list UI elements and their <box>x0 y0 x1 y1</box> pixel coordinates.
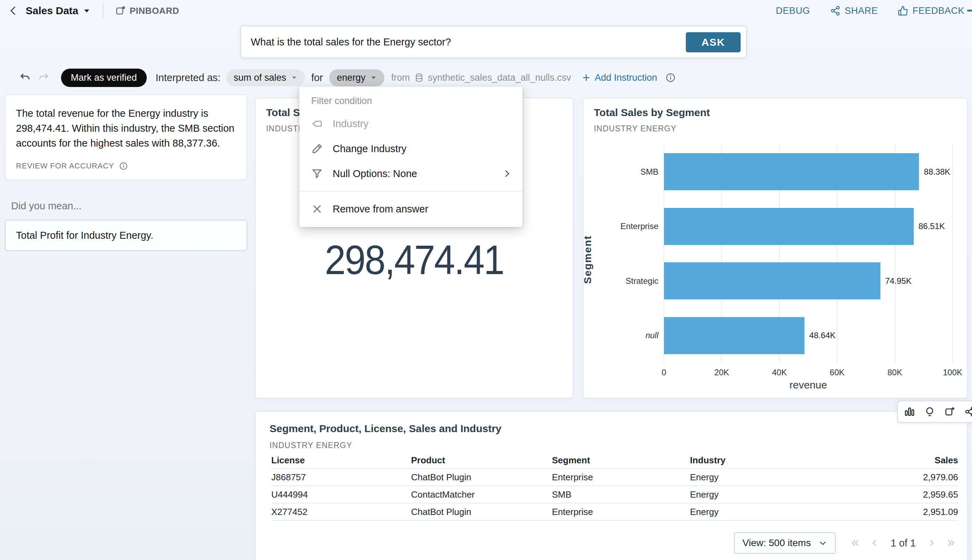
chart-x-tick-label: 60K <box>830 368 845 377</box>
table-cell: SMB <box>552 486 690 503</box>
ask-button[interactable]: ASK <box>686 32 741 52</box>
chart-x-tick-label: 20K <box>714 368 729 377</box>
review-label: REVIEW FOR ACCURACY <box>16 162 114 170</box>
chart-x-tick-label: 100K <box>943 368 962 377</box>
table-cell: ChatBot Plugin <box>411 468 552 486</box>
chart-x-tick-label: 40K <box>772 368 787 377</box>
table-body: J868757ChatBot PluginEnterpriseEnergy2,9… <box>271 468 958 520</box>
interpreted-as-label: Interpreted as: <box>156 72 221 83</box>
back-button[interactable] <box>8 5 19 17</box>
top-header: Sales Data PINBOARD DEBUG SHARE FEEDBACK <box>0 0 972 22</box>
table-row[interactable]: X277452ChatBot PluginEnterpriseEnergy2,9… <box>271 503 958 520</box>
menu-item-industry: Industry <box>299 111 522 136</box>
chart-value-label: 88.38K <box>924 167 950 177</box>
question-input[interactable]: What is the total sales for the Energy s… <box>251 37 746 48</box>
for-label: for <box>311 72 323 83</box>
header-divider <box>103 3 104 18</box>
view-items-select[interactable]: View: 500 items <box>734 532 836 554</box>
question-search-bar[interactable]: What is the total sales for the Energy s… <box>240 26 747 58</box>
table-column-header[interactable]: Sales <box>836 453 958 468</box>
filter-token-dropdown[interactable]: energy <box>329 69 384 86</box>
table-subtitle: INDUSTRY ENERGY <box>269 441 352 450</box>
caret-down-icon <box>83 8 90 13</box>
chart-bar-null[interactable] <box>664 317 805 354</box>
chart-value-label: 86.51K <box>918 222 945 231</box>
table-row[interactable]: J868757ChatBot PluginEnterpriseEnergy2,9… <box>271 468 958 486</box>
table-cell: ChatBot Plugin <box>411 503 552 520</box>
debug-button[interactable]: DEBUG <box>776 5 810 16</box>
chart-title: Total Sales by Segment <box>594 107 710 118</box>
table-column-header[interactable]: Product <box>411 453 552 468</box>
menu-item-change-industry[interactable]: Change Industry <box>299 136 522 161</box>
chart-x-tick-label: 0 <box>661 368 666 377</box>
table-wrapper: LicenseProductSegmentIndustrySales J8687… <box>271 453 958 521</box>
chart-category-label: Strategic <box>626 276 658 286</box>
mark-as-verified-button[interactable]: Mark as verified <box>61 68 147 87</box>
chart-subtitle: INDUSTRY ENERGY <box>594 124 676 133</box>
chart-plot: 020K40K60K80K100KSMB88.38KEnterprise86.5… <box>664 145 953 363</box>
undo-button[interactable] <box>19 72 31 83</box>
chart-bar-Strategic[interactable] <box>664 262 880 299</box>
page-indicator: 1 of 1 <box>890 537 916 549</box>
chart-x-axis-title: revenue <box>664 379 953 391</box>
add-instruction-button[interactable]: Add Instruction <box>581 72 657 83</box>
chart-gridline <box>952 145 953 363</box>
tag-icon <box>311 118 323 130</box>
previous-page-button[interactable] <box>868 538 882 548</box>
filter-context-menu: Filter condition Industry Change Industr… <box>299 87 522 227</box>
pinboard-label: PINBOARD <box>130 5 179 16</box>
share-button[interactable]: SHARE <box>830 5 878 16</box>
chart-value-label: 74.95K <box>885 276 912 286</box>
chart-value-label: 48.64K <box>809 331 836 340</box>
redo-button[interactable] <box>37 72 49 83</box>
did-you-mean-label: Did you mean... <box>11 200 82 212</box>
menu-divider <box>299 191 522 192</box>
thumbs-up-icon <box>898 5 908 16</box>
chart-category-label: null <box>646 331 658 340</box>
info-icon[interactable] <box>665 72 676 83</box>
data-table: LicenseProductSegmentIndustrySales J8687… <box>271 453 958 521</box>
table-cell: Energy <box>690 468 836 486</box>
suggestion-card[interactable]: Total Profit for Industry Energy. <box>5 220 248 251</box>
share-label: SHARE <box>845 5 878 16</box>
menu-item-label: Industry <box>333 118 368 130</box>
table-cell: 2,979.06 <box>836 468 958 486</box>
add-instruction-label: Add Instruction <box>595 72 657 83</box>
chart-category-label: SMB <box>641 167 658 177</box>
info-icon[interactable] <box>119 162 128 170</box>
answer-summary-card: The total revenue for the Energy industr… <box>5 94 248 180</box>
database-icon <box>414 73 424 82</box>
change-visualization-button[interactable] <box>904 406 915 417</box>
pagination-bar: View: 500 items 1 of 1 <box>734 532 958 554</box>
table-cell: 2,951.09 <box>836 503 958 520</box>
share-icon <box>830 5 840 16</box>
clipped-header-item <box>967 10 972 12</box>
measure-token-dropdown[interactable]: sum of sales <box>226 69 305 86</box>
insights-bulb-button[interactable] <box>924 406 935 417</box>
header-actions: DEBUG SHARE FEEDBACK <box>776 0 964 22</box>
first-page-button[interactable] <box>848 538 863 548</box>
menu-item-null-options[interactable]: Null Options: None <box>299 161 522 186</box>
feedback-button[interactable]: FEEDBACK <box>898 5 964 16</box>
chart-bar-SMB[interactable] <box>664 153 919 190</box>
funnel-icon <box>311 168 323 180</box>
table-row[interactable]: U444994ContactMatcherSMBEnergy2,959.65 <box>271 486 958 503</box>
suggestion-text: Total Profit for Industry Energy. <box>16 230 153 241</box>
menu-item-remove-from-answer[interactable]: Remove from answer <box>299 197 522 222</box>
pinboard-button[interactable]: PINBOARD <box>115 5 179 16</box>
last-page-button[interactable] <box>944 538 958 548</box>
share-answer-button[interactable] <box>964 406 972 417</box>
pin-to-pinboard-button[interactable] <box>944 406 955 417</box>
table-column-header[interactable]: License <box>271 453 411 468</box>
table-column-header[interactable]: Industry <box>690 453 836 468</box>
next-page-button[interactable] <box>924 538 939 548</box>
chart-bar-Enterprise[interactable] <box>664 208 914 245</box>
table-cell: Enterprise <box>552 468 690 486</box>
data-source: from synthetic_sales_data_all_nulls.csv <box>391 72 571 83</box>
interpretation-bar: Mark as verified Interpreted as: sum of … <box>19 68 676 87</box>
chevron-right-icon <box>502 168 512 179</box>
filter-token-label: energy <box>337 72 366 83</box>
data-table-card: Segment, Product, License, Sales and Ind… <box>255 411 968 560</box>
app-title-menu[interactable]: Sales Data <box>26 5 90 17</box>
table-column-header[interactable]: Segment <box>552 453 690 468</box>
